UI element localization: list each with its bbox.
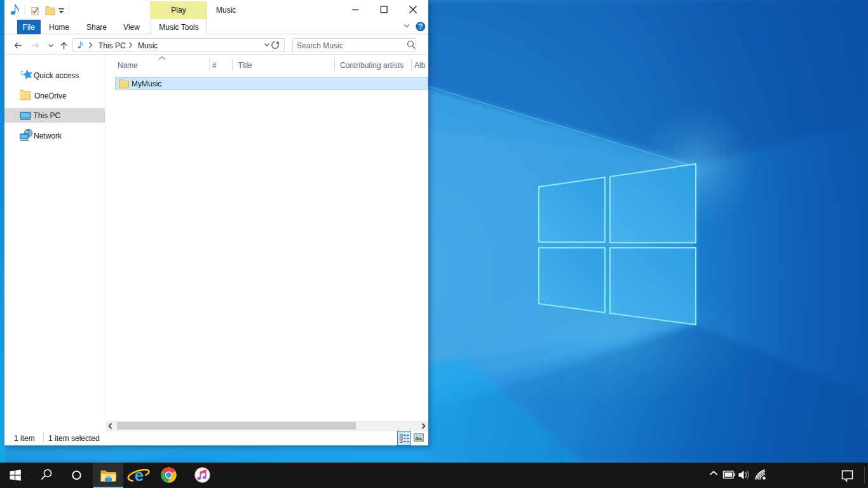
svg-text:?: ? (418, 22, 423, 31)
svg-text:e: e (135, 466, 144, 485)
